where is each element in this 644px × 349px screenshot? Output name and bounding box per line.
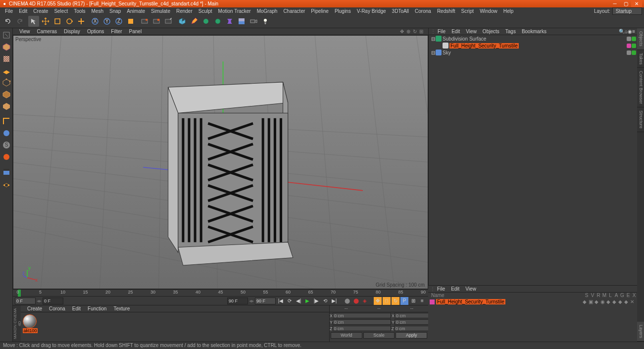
lock-y-icon[interactable]: Y (101, 16, 112, 27)
layer-flag-icon[interactable]: ◆ (606, 299, 611, 304)
layer-flag-icon[interactable]: ▣ (589, 299, 594, 304)
menu-create[interactable]: Create (30, 8, 51, 14)
layer-flag-icon[interactable]: ◆ (618, 299, 623, 304)
layer-flag-icon[interactable]: ◆ (594, 299, 599, 304)
play-icon[interactable]: ▶ (303, 297, 311, 305)
step-back-icon[interactable]: ◀| (295, 297, 302, 305)
vp-menu-display[interactable]: Display (60, 29, 84, 34)
attr-menu-edit[interactable]: Edit (448, 286, 462, 292)
layer-flag-icon[interactable]: ✕ (630, 299, 635, 304)
cube-primitive-icon[interactable] (177, 16, 188, 27)
layer-flag-icon[interactable]: ◆ (624, 299, 629, 304)
rot-key-icon[interactable]: ↻ (392, 297, 399, 305)
locked-workplane-icon[interactable] (1, 178, 12, 189)
environment-icon[interactable] (236, 16, 247, 27)
texture-mode-icon[interactable] (1, 53, 12, 64)
matmenu-create[interactable]: Create (24, 306, 46, 311)
viewport[interactable]: Perspective Grid Spacing : 100 cm yxz (13, 35, 428, 289)
menu-script[interactable]: Script (458, 8, 477, 14)
scale-key-icon[interactable]: □ (383, 297, 391, 305)
total-frames-field[interactable] (255, 298, 276, 304)
menu-corona[interactable]: Corona (412, 8, 434, 14)
om-list-icon[interactable]: ≡ (632, 29, 635, 34)
last-tool-icon[interactable] (76, 16, 87, 27)
selection-tool-icon[interactable] (28, 16, 39, 27)
pos-key-icon[interactable]: ✥ (374, 297, 382, 305)
menu-help[interactable]: Help (500, 8, 517, 14)
vp-nav-icon[interactable]: ✥ (400, 29, 406, 35)
layer-name[interactable]: Full_Height_Security_Turnstile (436, 299, 505, 304)
range-start-field[interactable] (43, 298, 63, 304)
undo-icon[interactable] (2, 16, 13, 27)
workplane-icon[interactable] (1, 65, 12, 76)
record-icon[interactable]: ⬤ (343, 297, 351, 305)
goto-end-icon[interactable]: ▶| (330, 297, 338, 305)
tag-icon[interactable] (627, 37, 631, 41)
range-end-field[interactable] (227, 298, 248, 304)
deformer-icon[interactable] (224, 16, 235, 27)
expand-icon[interactable]: ⊟ (431, 36, 436, 42)
tab-structure[interactable]: Structure (637, 107, 644, 132)
object-tree-row[interactable]: ⊟Subdivision Surface (429, 35, 637, 42)
light-icon[interactable] (260, 16, 271, 27)
layer-flag-icon[interactable]: ◆ (583, 299, 588, 304)
menu-pipeline[interactable]: Pipeline (308, 8, 332, 14)
snap-icon[interactable]: S (1, 140, 12, 150)
menu-window[interactable]: Window (477, 8, 500, 14)
panel-grip-icon[interactable]: ⋮⋮ (430, 286, 434, 292)
menu-character[interactable]: Character (280, 8, 308, 14)
menu-simulate[interactable]: Simulate (148, 8, 173, 14)
expand-icon[interactable]: ⊟ (431, 50, 436, 55)
generator-icon[interactable] (212, 16, 223, 27)
soft-select-icon[interactable] (1, 151, 12, 162)
om-menu-tags[interactable]: Tags (502, 29, 519, 34)
goto-start-icon[interactable]: |◀ (277, 297, 285, 305)
close-button[interactable]: ✕ (631, 0, 642, 7)
layer-row[interactable]: Full_Height_Security_Turnstile ◆ ▣ ◆ ◉ ◆… (428, 299, 637, 305)
tag-icon[interactable] (627, 44, 631, 48)
keyframe-sel-icon[interactable]: ◈ (361, 297, 369, 305)
viewport-solo-icon[interactable] (1, 128, 12, 139)
menu-select[interactable]: Select (51, 8, 71, 14)
om-eye-icon[interactable]: ◉ (628, 29, 632, 34)
rotate-tool-icon[interactable] (64, 16, 75, 27)
maximize-button[interactable]: ▢ (620, 0, 631, 7)
object-name[interactable]: Subdivision Surface (443, 36, 486, 42)
coord-scale-dropdown[interactable]: Scale (363, 332, 395, 339)
vp-menu-filter[interactable]: Filter (107, 29, 125, 34)
tab-content-browser[interactable]: Content Browser (637, 68, 644, 107)
pen-icon[interactable] (189, 16, 199, 27)
options-icon[interactable]: ≡ (418, 297, 426, 305)
menu-mesh[interactable]: Mesh (89, 8, 106, 14)
tag-icon[interactable] (627, 50, 631, 55)
om-menu-file[interactable]: File (435, 29, 448, 34)
menu-snap[interactable]: Snap (106, 8, 124, 14)
om-menu-objects[interactable]: Objects (480, 29, 502, 34)
matmenu-function[interactable]: Function (84, 306, 110, 311)
move-tool-icon[interactable] (40, 16, 51, 27)
lock-z-icon[interactable]: Z (113, 16, 124, 27)
axis-icon[interactable] (1, 116, 12, 127)
vp-menu-cameras[interactable]: Cameras (34, 29, 61, 34)
tag-icon[interactable] (632, 50, 636, 55)
matmenu-edit[interactable]: Edit (69, 306, 84, 311)
menu-edit[interactable]: Edit (16, 8, 30, 14)
material-slot[interactable]: akt100 (23, 314, 38, 333)
menu-animate[interactable]: Animate (124, 8, 148, 14)
camera-icon[interactable] (248, 16, 259, 27)
pos-field[interactable] (333, 326, 391, 331)
point-mode-icon[interactable] (1, 77, 12, 88)
step-fwd-icon[interactable]: |▶ (312, 297, 320, 305)
object-name[interactable]: Sky (443, 50, 451, 55)
pos-field[interactable] (333, 319, 391, 325)
vp-nav-icon[interactable]: ⊞ (419, 29, 425, 35)
make-editable-icon[interactable] (1, 30, 12, 41)
timeline-ruler[interactable]: 051015202530354045505560657075808590 (13, 289, 428, 296)
polygon-mode-icon[interactable] (1, 101, 12, 112)
tab-layers[interactable]: Layers (637, 322, 644, 342)
render-settings-icon[interactable] (163, 16, 174, 27)
vp-nav-icon[interactable]: ⊕ (406, 29, 412, 35)
layer-flag-icon[interactable]: ◆ (612, 299, 617, 304)
menu-vray[interactable]: V-Ray Bridge (354, 8, 389, 14)
menu-motiontracker[interactable]: Motion Tracker (215, 8, 254, 14)
